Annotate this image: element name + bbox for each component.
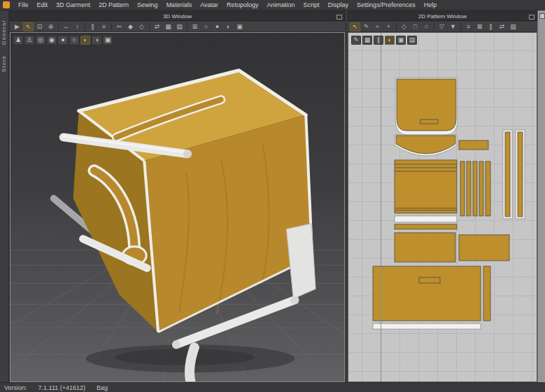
flap-piece[interactable] <box>397 79 456 131</box>
arrangement-points-icon[interactable]: ◎ <box>36 36 45 45</box>
show-seamlines-icon[interactable]: ○ <box>69 36 79 45</box>
3d-scene[interactable] <box>10 33 344 382</box>
menu-item-materials[interactable]: Materials <box>162 0 197 10</box>
handle-strip-piece[interactable] <box>459 140 488 150</box>
pan-view-icon[interactable]: ◐ <box>223 22 234 31</box>
transform-pattern-icon[interactable]: ↖ <box>350 22 360 31</box>
rectangle-tool-icon[interactable]: □ <box>410 22 420 31</box>
ellipse-tool-icon[interactable]: ○ <box>421 22 432 31</box>
side-pocket-piece-right[interactable] <box>459 235 509 261</box>
show-notch-icon[interactable]: ▣ <box>396 36 406 45</box>
back-panel-piece[interactable] <box>373 266 481 321</box>
menu-item-file[interactable]: File <box>14 0 33 10</box>
menu-item-3d-garment[interactable]: 3D Garment <box>52 0 94 10</box>
undock-2d-icon[interactable] <box>529 15 535 20</box>
menu-item-settings-preferences[interactable]: Settings/Preferences <box>353 0 420 10</box>
side-pocket-piece-left[interactable] <box>395 233 455 262</box>
free-sewing-icon[interactable]: ≡ <box>99 22 109 31</box>
menu-item-edit[interactable]: Edit <box>33 0 52 10</box>
sewing-2d-icon[interactable]: ∥ <box>486 22 496 31</box>
show-grid-2d-icon[interactable]: ▦ <box>362 36 372 45</box>
hem-facing-piece[interactable] <box>395 216 457 222</box>
gusset-strip-piece-3[interactable] <box>473 161 477 216</box>
edit-pattern-icon[interactable]: ✎ <box>361 22 371 31</box>
simulate-icon[interactable]: ▶ <box>12 22 22 31</box>
menu-item-script[interactable]: Script <box>299 0 324 10</box>
dart-tool-icon[interactable]: ▽ <box>437 22 447 31</box>
grid-snap-icon[interactable]: ▦ <box>163 22 174 31</box>
gusset-strip-piece-1[interactable] <box>460 161 465 216</box>
move-gizmo-icon[interactable]: ↔ <box>61 22 71 31</box>
menu-item-avatar[interactable]: Avatar <box>196 0 222 10</box>
menu-item-display[interactable]: Display <box>324 0 353 10</box>
right-rail[interactable] <box>537 10 545 382</box>
polygon-tool-icon[interactable]: ◇ <box>399 22 409 31</box>
grading-icon[interactable]: ▨ <box>508 22 518 31</box>
toolbar-separator <box>111 23 112 31</box>
project-name: Bag <box>97 384 108 391</box>
collapse-panel-icon[interactable] <box>539 13 545 19</box>
menu-item-sewing[interactable]: Sewing <box>133 0 162 10</box>
edge-binding-piece-1[interactable] <box>505 132 510 217</box>
pin-icon[interactable]: ⊕ <box>45 22 56 31</box>
edge-binding-piece-2[interactable] <box>518 132 523 217</box>
menu-item-retopology[interactable]: Retopology <box>222 0 263 10</box>
measure-tape-icon[interactable]: ⇄ <box>152 22 162 31</box>
garment-fit-icon[interactable]: ◐ <box>80 36 90 45</box>
rail-tab-store[interactable]: Store <box>1 55 7 72</box>
measure-2d-icon[interactable]: ⇄ <box>497 22 507 31</box>
panel-title-3d[interactable]: 3D Window <box>10 11 345 21</box>
avatar-mesh-icon[interactable]: ♙ <box>24 36 34 45</box>
bottom-binding-piece[interactable] <box>373 324 481 329</box>
show-garment-icon[interactable]: ● <box>58 36 68 45</box>
toolbar-3d: ▶↖⊡⊕↔↕∥≡✂◆◇⇄▦▤⊞○●◐▣ <box>10 22 345 32</box>
show-seam-2d-icon[interactable]: ∥ <box>374 36 383 45</box>
viewport-3d[interactable]: ♟♙◎◉●○◐◑▣ <box>10 32 345 382</box>
render-style-icon[interactable]: ▣ <box>103 36 113 45</box>
gusset-strip-piece-2[interactable] <box>467 161 471 216</box>
menu-item-animation[interactable]: Animation <box>263 0 299 10</box>
scale-gizmo-icon[interactable]: ↕ <box>72 22 83 31</box>
bag-shadow-core <box>115 349 254 365</box>
version-value: 7.1.111 (+41612) <box>38 384 85 391</box>
edit-texture-2d-icon[interactable]: ✎ <box>351 36 361 45</box>
pattern-axis-line <box>381 33 381 382</box>
show-baseline-icon[interactable]: ◐ <box>385 36 395 45</box>
inner-toolbar-2d: ✎▦∥◐▣▤ <box>351 36 417 45</box>
texture-editor-icon[interactable]: ▤ <box>174 22 185 31</box>
menu-bar: FileEdit3D Garment2D PatternSewingMateri… <box>0 0 545 10</box>
menu-item-2d-pattern[interactable]: 2D Pattern <box>94 0 133 10</box>
avatar-tape-icon[interactable]: ◉ <box>47 36 57 45</box>
pattern-layer <box>373 78 525 329</box>
2d-pattern-canvas[interactable] <box>348 33 537 382</box>
show-pressure-icon[interactable]: ◑ <box>92 36 101 45</box>
scissors-icon[interactable]: ✂ <box>114 22 125 31</box>
fold-arrange-icon[interactable]: ◇ <box>136 22 147 31</box>
gusset-strip-piece-5[interactable] <box>486 161 490 216</box>
internal-shape-icon[interactable]: ⊠ <box>474 22 485 31</box>
edit-curve-icon[interactable]: ≈ <box>372 22 383 31</box>
steam-icon[interactable]: ○ <box>201 22 211 31</box>
add-point-icon[interactable]: + <box>383 22 394 31</box>
segment-sewing-icon[interactable]: ∥ <box>87 22 98 31</box>
app-logo-icon[interactable] <box>3 1 10 8</box>
panel-title-2d[interactable]: 2D Pattern Window <box>348 11 537 21</box>
menu-items: FileEdit3D Garment2D PatternSewingMateri… <box>14 0 441 10</box>
undock-3d-icon[interactable] <box>337 15 342 20</box>
back-edge-strip-piece[interactable] <box>483 266 490 321</box>
hem-strip-piece[interactable] <box>395 224 457 229</box>
gusset-strip-piece-4[interactable] <box>479 161 483 216</box>
seam-allowance-icon[interactable]: ≡ <box>463 22 474 31</box>
show-avatar-icon[interactable]: ♟ <box>13 36 23 45</box>
rail-tab-general[interactable]: General <box>1 20 7 45</box>
select-move-icon[interactable]: ↖ <box>23 22 34 31</box>
menu-item-help[interactable]: Help <box>420 0 441 10</box>
tack-icon[interactable]: ◆ <box>125 22 136 31</box>
flatten-icon[interactable]: ⊞ <box>190 22 200 31</box>
select-box-icon[interactable]: ⊡ <box>34 22 45 31</box>
bind-icon[interactable]: ● <box>212 22 222 31</box>
snapshot-icon[interactable]: ▣ <box>234 22 245 31</box>
print-layout-icon[interactable]: ▤ <box>407 36 417 45</box>
viewport-2d[interactable]: ✎▦∥◐▣▤ <box>348 32 537 382</box>
notch-tool-icon[interactable]: ▼ <box>448 22 458 31</box>
